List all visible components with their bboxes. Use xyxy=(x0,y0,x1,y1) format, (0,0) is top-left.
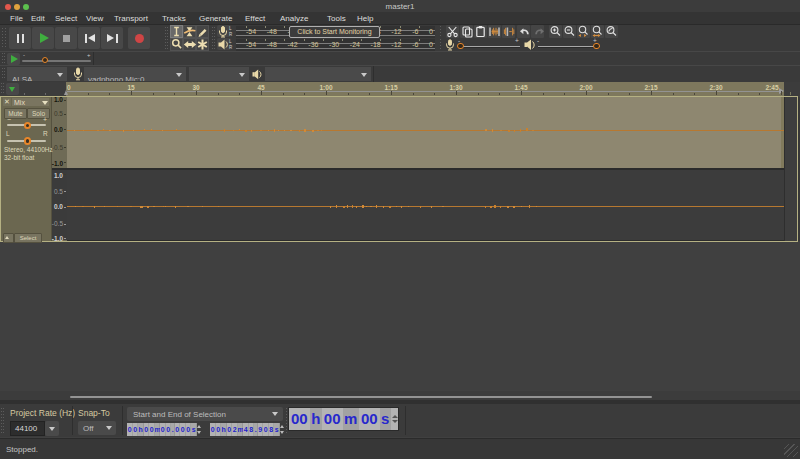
svg-text:R: R xyxy=(229,32,233,37)
svg-text:L: L xyxy=(229,26,232,31)
svg-text:R: R xyxy=(229,45,233,50)
svg-text:L: L xyxy=(229,39,232,44)
